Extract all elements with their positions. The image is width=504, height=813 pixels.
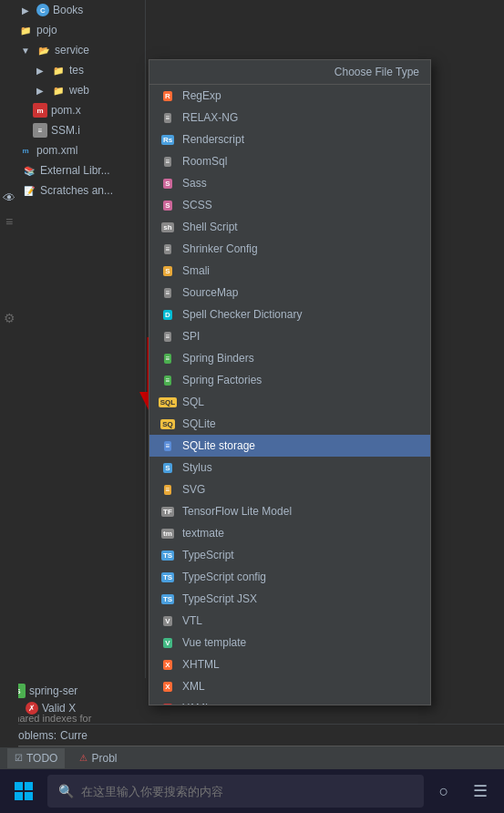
structure-icon[interactable]: ≡ — [1, 213, 17, 230]
vue-icon: V — [160, 635, 175, 650]
dropdown-item-stylus[interactable]: S Stylus — [149, 457, 430, 479]
typescript-icon: TS — [160, 548, 175, 562]
todo-tab[interactable]: ☑ TODO — [7, 748, 65, 768]
tree-item-service-label: service — [55, 44, 89, 57]
tree-item-books[interactable]: ▶ C Books — [0, 0, 145, 20]
taskbar-menu-btn[interactable]: ☰ — [464, 775, 497, 808]
tree-item-scratches[interactable]: ▶ 📝 Scratches an... — [0, 180, 145, 201]
svg-rect-3 — [25, 782, 33, 790]
svg-rect-5 — [25, 792, 33, 800]
server-name: spring-ser — [29, 684, 77, 697]
dropdown-item-sourcemap[interactable]: ≡ SourceMap — [149, 282, 430, 304]
dropdown-item-spellchecker-label: Spell Checker Dictionary — [182, 308, 302, 321]
dropdown-item-smali-label: Smali — [182, 264, 210, 277]
yaml-icon: Y — [160, 701, 175, 705]
dropdown-item-tsjsx[interactable]: TS TypeScript JSX — [149, 588, 430, 610]
dropdown-item-springfactories[interactable]: ≡ Spring Factories — [149, 369, 430, 391]
folder-open-icon: 📂 — [36, 43, 51, 57]
dropdown-item-roomsql[interactable]: ≡ RoomSql — [149, 150, 430, 172]
sqlitestorage-icon: ≡ — [160, 438, 175, 453]
dropdown-item-yaml-label: YAML — [182, 702, 211, 705]
dropdown-item-xml[interactable]: X XML — [149, 675, 430, 697]
dropdown-item-sass[interactable]: S Sass — [149, 172, 430, 194]
dropdown-item-shrinker[interactable]: ≡ Shrinker Config — [149, 238, 430, 260]
dropdown-item-shrinker-label: Shrinker Config — [182, 242, 258, 255]
dropdown-item-regexp[interactable]: R RegExp — [149, 85, 430, 107]
todo-tab-icon: ☑ — [15, 753, 23, 763]
springbinders-icon: ≡ — [160, 351, 175, 365]
dropdown-title: Choose File Type — [149, 60, 430, 85]
dropdown-item-renderscript[interactable]: Rs Renderscript — [149, 129, 430, 150]
dropdown-item-roomsql-label: RoomSql — [182, 155, 227, 168]
svg-icon: ≡ — [160, 482, 175, 497]
xhtml-icon: X — [160, 657, 175, 672]
spi-icon: ≡ — [160, 329, 175, 344]
tree-item-pomx[interactable]: m pom.x — [0, 100, 145, 120]
tree-item-pojo-label: pojo — [36, 24, 57, 36]
dropdown-item-spi-label: SPI — [182, 330, 200, 343]
shrinker-icon: ≡ — [160, 242, 175, 256]
dropdown-item-relaxng[interactable]: ≡ RELAX-NG — [149, 107, 430, 129]
dropdown-item-vtl[interactable]: V VTL — [149, 610, 430, 632]
dropdown-item-scss[interactable]: S SCSS — [149, 194, 430, 216]
taskbar-search-input[interactable] — [81, 785, 413, 798]
dropdown-item-sql[interactable]: SQL SQL — [149, 391, 430, 413]
windows-logo[interactable] — [7, 775, 40, 808]
dropdown-item-sqlite[interactable]: SQ SQLite — [149, 413, 430, 435]
dropdown-item-scss-label: SCSS — [182, 199, 212, 211]
dropdown-item-sqlitestorage-label: SQLite storage — [182, 439, 255, 452]
dropdown-item-sql-label: SQL — [182, 396, 204, 408]
sass-icon: S — [160, 176, 175, 190]
dropdown-item-springbinders[interactable]: ≡ Spring Binders — [149, 347, 430, 369]
problems-bar: Problems: Curre — [0, 724, 504, 746]
dropdown-item-sqlite-label: SQLite — [182, 417, 216, 430]
dropdown-item-list[interactable]: R RegExp ≡ RELAX-NG Rs Renderscript ≡ Ro… — [149, 85, 430, 705]
tsconfig-icon: TS — [160, 570, 175, 584]
sql-icon: SQL — [160, 395, 175, 409]
tree-item-ssm[interactable]: ≡ SSM.i — [0, 120, 145, 140]
vtl-icon: V — [160, 613, 175, 628]
dropdown-item-smali[interactable]: S Smali — [149, 260, 430, 282]
taskbar-circle-btn[interactable]: ○ — [427, 775, 460, 808]
problems-tab-icon: ⚠ — [79, 753, 87, 763]
dropdown-item-typescript[interactable]: TS TypeScript — [149, 544, 430, 566]
folder-icon-tes: 📁 — [51, 63, 66, 77]
dropdown-item-spi[interactable]: ≡ SPI — [149, 325, 430, 347]
tree-item-service[interactable]: ▼ 📂 service — [0, 40, 145, 60]
dropdown-item-shell[interactable]: sh Shell Script — [149, 216, 430, 238]
dropdown-item-xhtml[interactable]: X XHTML — [149, 653, 430, 675]
tree-item-external-libs[interactable]: ▶ 📚 External Libr... — [0, 160, 145, 180]
maven-icon-pomxml: m — [18, 143, 33, 158]
dropdown-item-spellchecker[interactable]: D Spell Checker Dictionary — [149, 304, 430, 325]
dropdown-item-svg-label: SVG — [182, 483, 205, 496]
ssm-icon: ≡ — [33, 123, 47, 138]
spellchecker-icon: D — [160, 307, 175, 322]
svg-rect-4 — [15, 792, 23, 800]
tree-item-tes[interactable]: ▶ 📁 tes — [0, 60, 145, 80]
tsjsx-icon: TS — [160, 592, 175, 606]
dropdown-item-tflite[interactable]: TF TensorFlow Lite Model — [149, 500, 430, 522]
problems-tab[interactable]: ⚠ Probl — [72, 748, 124, 768]
dropdown-item-textmate-label: textmate — [182, 527, 224, 540]
tree-item-extlibs-label: External Libr... — [40, 164, 110, 177]
dropdown-item-shell-label: Shell Script — [182, 221, 238, 233]
taskbar-search-bar[interactable]: 🔍 — [47, 775, 424, 808]
relaxng-icon: ≡ — [160, 110, 175, 125]
tree-item-pomxml[interactable]: m pom.xml — [0, 140, 145, 160]
dropdown-item-yaml[interactable]: Y YAML — [149, 697, 430, 705]
folder-icon-web: 📁 — [51, 83, 66, 98]
dropdown-item-tsconfig-label: TypeScript config — [182, 571, 266, 583]
dropdown-item-vue[interactable]: V Vue template — [149, 632, 430, 653]
dropdown-item-typescript-label: TypeScript — [182, 549, 234, 561]
dropdown-item-tsconfig[interactable]: TS TypeScript config — [149, 566, 430, 588]
dropdown-item-textmate[interactable]: tm textmate — [149, 522, 430, 544]
shell-icon: sh — [160, 220, 175, 234]
tree-item-web[interactable]: ▶ 📁 web — [0, 80, 145, 100]
dropdown-item-tsjsx-label: TypeScript JSX — [182, 592, 257, 605]
settings-icon[interactable]: ⚙ — [1, 310, 17, 326]
dropdown-item-sqlitestorage[interactable]: ≡ SQLite storage — [149, 435, 430, 457]
dropdown-item-springbinders-label: Spring Binders — [182, 352, 254, 365]
eye-icon[interactable]: 👁 — [1, 190, 17, 206]
dropdown-item-svg[interactable]: ≡ SVG — [149, 479, 430, 500]
tree-item-pojo[interactable]: 📁 pojo — [0, 20, 145, 40]
